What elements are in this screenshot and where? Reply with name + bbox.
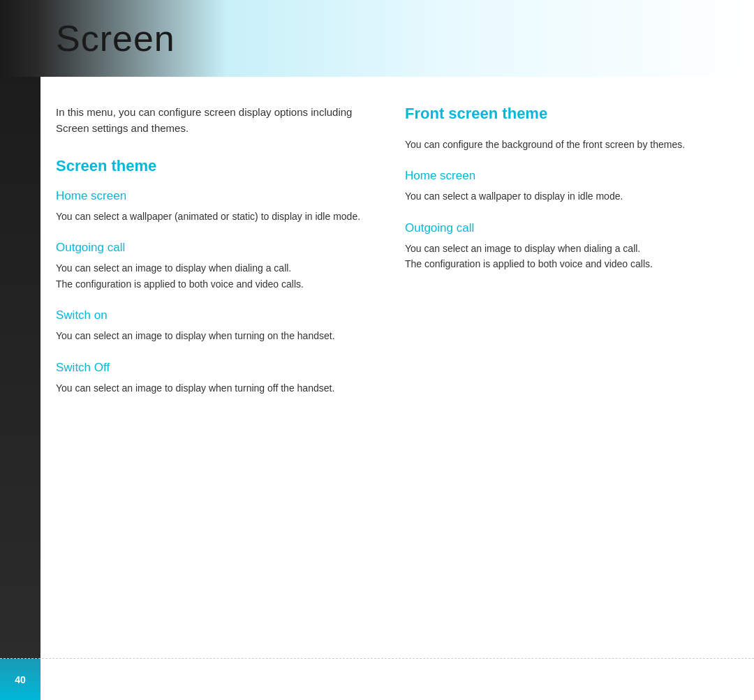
left-outgoing-call-title: Outgoing call: [56, 241, 363, 255]
screen-theme-title: Screen theme: [56, 157, 363, 175]
right-column: Front screen theme You can configure the…: [405, 105, 712, 412]
left-home-screen-body: You can select a wallpaper (animated or …: [56, 209, 363, 224]
front-screen-theme-title: Front screen theme: [405, 105, 712, 123]
page-title: Screen: [56, 17, 175, 59]
right-outgoing-call-title: Outgoing call: [405, 221, 712, 235]
page-number: 40: [15, 674, 26, 685]
intro-text: In this menu, you can configure screen d…: [56, 105, 363, 136]
left-column: In this menu, you can configure screen d…: [56, 105, 363, 412]
left-switch-on-body: You can select an image to display when …: [56, 328, 363, 343]
left-home-screen-title: Home screen: [56, 189, 363, 203]
left-switch-off-title: Switch Off: [56, 361, 363, 375]
footer: 40: [0, 658, 754, 700]
right-home-screen-body: You can select a wallpaper to display in…: [405, 188, 712, 204]
left-outgoing-call-body: You can select an image to display when …: [56, 260, 363, 292]
header: Screen: [0, 0, 754, 77]
footer-sidebar: 40: [0, 659, 40, 701]
front-screen-intro: You can configure the background of the …: [405, 137, 712, 152]
right-outgoing-call-body: You can select an image to display when …: [405, 241, 712, 272]
main-content: In this menu, you can configure screen d…: [0, 77, 754, 440]
left-switch-on-title: Switch on: [56, 308, 363, 322]
sidebar-bar: [0, 0, 40, 700]
right-home-screen-title: Home screen: [405, 169, 712, 183]
left-switch-off-body: You can select an image to display when …: [56, 380, 363, 396]
